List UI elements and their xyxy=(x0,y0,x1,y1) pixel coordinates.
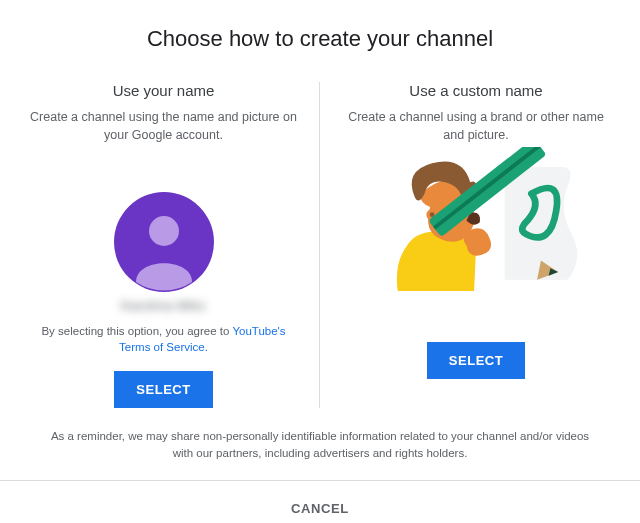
avatar-illustration xyxy=(30,162,297,292)
artist-drawing-icon xyxy=(371,147,581,292)
custom-name-illustration xyxy=(342,162,610,292)
select-custom-name-button[interactable]: SELECT xyxy=(427,342,525,379)
option-use-your-name: Use your name Create a channel using the… xyxy=(8,82,320,408)
cancel-area: CANCEL xyxy=(0,481,640,523)
option-left-description: Create a channel using the name and pict… xyxy=(30,109,297,144)
svg-point-1 xyxy=(149,216,179,246)
tos-prefix: By selecting this option, you agree to xyxy=(41,325,229,337)
dialog-title: Choose how to create your channel xyxy=(0,0,640,82)
cancel-button[interactable]: CANCEL xyxy=(291,501,349,516)
option-right-description: Create a channel using a brand or other … xyxy=(342,109,610,144)
option-use-custom-name: Use a custom name Create a channel using… xyxy=(320,82,632,408)
disclaimer-text: As a reminder, we may share non-personal… xyxy=(0,408,640,479)
select-your-name-button[interactable]: SELECT xyxy=(114,371,212,408)
options-row: Use your name Create a channel using the… xyxy=(0,82,640,408)
profile-avatar-icon xyxy=(114,192,214,292)
option-left-title: Use your name xyxy=(30,82,297,99)
option-right-title: Use a custom name xyxy=(342,82,610,99)
account-username: Karolina Miks xyxy=(30,298,297,313)
tos-text: By selecting this option, you agree to Y… xyxy=(30,323,297,355)
